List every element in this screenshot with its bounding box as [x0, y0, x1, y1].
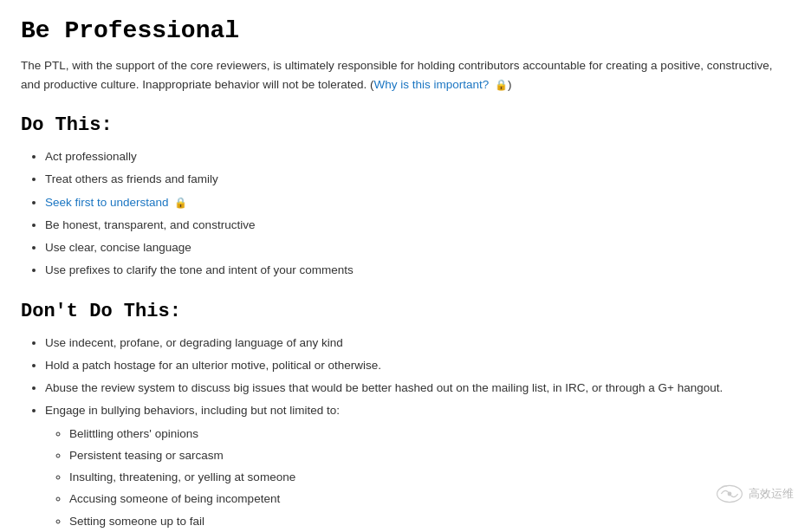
- item-text: Setting someone up to fail: [69, 515, 204, 528]
- watermark-text: 高效运维: [749, 486, 794, 502]
- item-text: Insulting, threatening, or yelling at so…: [69, 470, 295, 483]
- dont-do-this-heading: Don't Do This:: [21, 301, 790, 322]
- bullying-sub-list: Belittling others' opinions Persistent t…: [45, 425, 790, 532]
- list-item: Persistent teasing or sarcasm: [69, 447, 790, 464]
- item-text: Use prefixes to clarify the tone and int…: [45, 263, 354, 276]
- list-item: Hold a patch hostage for an ulterior mot…: [45, 357, 790, 374]
- list-item: Abuse the review system to discuss big i…: [45, 380, 790, 397]
- list-item: Seek first to understand 🔒: [45, 194, 790, 211]
- item-text: Engage in bullying behaviors, including …: [45, 404, 340, 417]
- list-item: Insulting, threatening, or yelling at so…: [69, 469, 790, 486]
- item-text: Treat others as friends and family: [45, 172, 218, 185]
- do-this-list: Act professionally Treat others as frien…: [21, 148, 790, 280]
- page-title: Be Professional: [21, 17, 790, 44]
- item-text: Abuse the review system to discuss big i…: [45, 381, 723, 394]
- item-text: Act professionally: [45, 150, 137, 163]
- list-item: Engage in bullying behaviors, including …: [45, 402, 790, 532]
- seek-first-link[interactable]: Seek first to understand: [45, 196, 169, 209]
- list-item: Belittling others' opinions: [69, 425, 790, 443]
- svg-point-1: [728, 492, 732, 496]
- item-text: Accusing someone of being incompetent: [69, 492, 280, 505]
- item-text: Be honest, transparent, and constructive: [45, 218, 255, 231]
- why-important-link[interactable]: Why is this important?: [374, 78, 490, 91]
- list-item: Use clear, concise language: [45, 239, 790, 256]
- list-item: Accusing someone of being incompetent: [69, 490, 790, 508]
- list-item: Use indecent, profane, or degrading lang…: [45, 334, 790, 352]
- dont-do-this-list: Use indecent, profane, or degrading lang…: [21, 334, 790, 532]
- watermark: 高效运维: [716, 482, 794, 506]
- lock-icon: 🔒: [174, 197, 187, 209]
- list-item: Use prefixes to clarify the tone and int…: [45, 262, 790, 279]
- intro-paragraph: The PTL, with the support of the core re…: [21, 56, 790, 94]
- do-this-heading: Do This:: [21, 114, 790, 136]
- item-text: Hold a patch hostage for an ulterior mot…: [45, 359, 381, 372]
- item-text: Use indecent, profane, or degrading lang…: [45, 336, 343, 349]
- item-text: Use clear, concise language: [45, 241, 191, 254]
- list-item: Be honest, transparent, and constructive: [45, 217, 790, 234]
- item-text: Belittling others' opinions: [69, 427, 198, 440]
- list-item: Treat others as friends and family: [45, 171, 790, 188]
- lock-icon: 🔒: [495, 79, 508, 91]
- list-item: Setting someone up to fail: [69, 513, 790, 530]
- watermark-logo-icon: [716, 482, 743, 506]
- item-text: Persistent teasing or sarcasm: [69, 449, 224, 462]
- list-item: Act professionally: [45, 148, 790, 165]
